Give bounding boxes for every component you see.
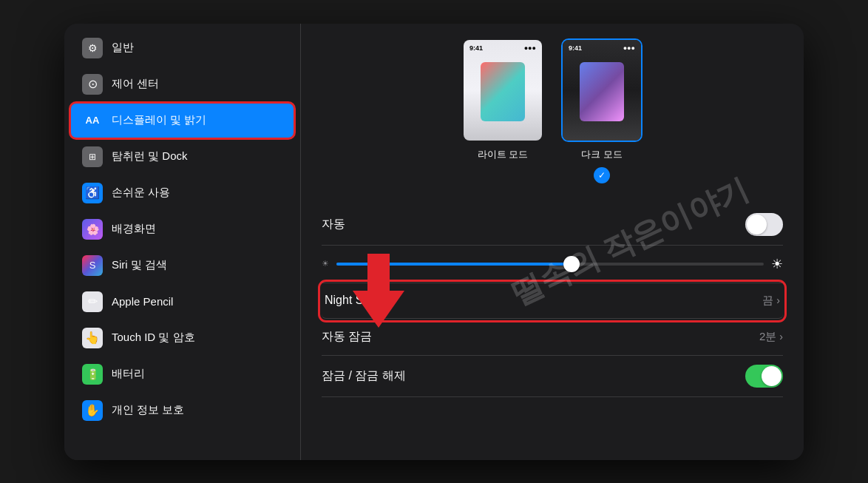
sidebar-label-privacy: 개인 정보 보호 xyxy=(112,403,282,417)
brightness-min-icon: ☀ xyxy=(322,259,329,268)
sidebar-label-apple-pencil: Apple Pencil xyxy=(112,295,282,308)
light-statusbar: 9:41 ●●● xyxy=(469,44,536,52)
brightness-max-icon: ☀ xyxy=(771,256,783,272)
wallpaper-icon: 🌸 xyxy=(82,219,103,240)
battery-icon: 🔋 xyxy=(82,364,103,385)
gear-icon: ⚙ xyxy=(82,38,103,58)
night-shift-chevron: › xyxy=(776,294,780,306)
auto-lock-row[interactable]: 자동 잠금 2분 › xyxy=(322,319,783,356)
dark-mode-preview: 9:41 ●●● xyxy=(561,38,642,142)
light-mode-option[interactable]: 9:41 ●●● 라이트 모드 xyxy=(462,38,543,183)
sidebar-item-touchid[interactable]: 👆 Touch ID 및 암호 xyxy=(70,320,294,356)
brightness-slider-track[interactable] xyxy=(336,263,764,266)
sidebar-item-siri[interactable]: S Siri 및 검색 xyxy=(70,248,294,283)
dark-statusbar: 9:41 ●●● xyxy=(569,44,635,52)
sidebar-label-siri: Siri 및 검색 xyxy=(112,258,282,272)
light-mode-label: 라이트 모드 xyxy=(478,148,529,161)
sidebar-item-general[interactable]: ⚙ 일반 xyxy=(70,30,294,66)
night-shift-value: 끔 xyxy=(762,294,773,308)
auto-toggle-knob xyxy=(747,215,767,234)
pencil-icon: ✏ xyxy=(82,291,103,312)
night-shift-right: 끔 › xyxy=(762,294,780,308)
auto-lock-chevron: › xyxy=(779,331,783,342)
main-content: 떨속의 작은이야기 9:41 ●●● 라이트 모드 xyxy=(301,24,804,460)
sidebar-label-accessibility: 손쉬운 사용 xyxy=(112,186,282,200)
sidebar-item-accessibility[interactable]: ♿ 손쉬운 사용 xyxy=(70,175,294,211)
brightness-row: ☀ ☀ xyxy=(322,246,783,283)
auto-row: 자동 xyxy=(322,204,783,246)
night-shift-label: Night Shift xyxy=(325,294,379,307)
device-frame: ⚙ 일반 ⊙ 제어 센터 AA 디스플레이 및 밝기 ⊞ 탐취런 및 Dock … xyxy=(64,24,804,460)
auto-label: 자동 xyxy=(322,217,345,232)
accessibility-icon: ♿ xyxy=(82,183,103,203)
lock-unlock-label: 잠금 / 잠금 해제 xyxy=(322,368,406,384)
privacy-icon: ✋ xyxy=(82,400,103,421)
sidebar-item-multitasking[interactable]: ⊞ 탐취런 및 Dock xyxy=(70,139,294,175)
auto-toggle[interactable] xyxy=(745,213,783,236)
dark-mode-option[interactable]: 9:41 ●●● 다크 모드 ✓ xyxy=(561,38,642,183)
appearance-options: 9:41 ●●● 라이트 모드 9:41 ●●● xyxy=(322,38,783,183)
sidebar-item-battery[interactable]: 🔋 배터리 xyxy=(70,357,294,392)
sidebar-label-display: 디스플레이 및 밝기 xyxy=(112,113,282,127)
night-shift-row[interactable]: Night Shift 끔 › xyxy=(322,283,783,319)
siri-icon: S xyxy=(82,255,103,276)
light-mode-preview: 9:41 ●●● xyxy=(462,38,543,142)
multitasking-icon: ⊞ xyxy=(82,146,103,167)
lock-unlock-row: 잠금 / 잠금 해제 xyxy=(322,356,783,397)
dark-colorstrip xyxy=(580,62,624,121)
sidebar-label-touchid: Touch ID 및 암호 xyxy=(112,331,282,345)
sidebar-label-multitasking: 탐취런 및 Dock xyxy=(112,149,282,163)
dark-mode-check: ✓ xyxy=(594,167,610,183)
brightness-slider-fill xyxy=(336,263,572,266)
auto-lock-label: 자동 잠금 xyxy=(322,329,372,345)
auto-lock-value: 2분 xyxy=(759,330,776,344)
display-icon: AA xyxy=(82,110,103,131)
brightness-slider-thumb[interactable] xyxy=(563,256,580,272)
light-colorstrip xyxy=(481,62,525,121)
auto-lock-right: 2분 › xyxy=(759,330,783,344)
sidebar-item-control-center[interactable]: ⊙ 제어 센터 xyxy=(70,67,294,102)
lock-unlock-knob xyxy=(762,366,781,386)
dark-mode-label: 다크 모드 xyxy=(581,148,623,161)
sidebar-label-general: 일반 xyxy=(112,41,282,55)
control-center-icon: ⊙ xyxy=(82,74,103,95)
sidebar-item-display-brightness[interactable]: AA 디스플레이 및 밝기 xyxy=(70,103,294,138)
sidebar-item-wallpaper[interactable]: 🌸 배경화면 xyxy=(70,212,294,247)
sidebar-label-control-center: 제어 센터 xyxy=(112,77,282,91)
sidebar-item-privacy[interactable]: ✋ 개인 정보 보호 xyxy=(70,393,294,428)
lock-unlock-toggle[interactable] xyxy=(745,365,783,388)
sidebar: ⚙ 일반 ⊙ 제어 센터 AA 디스플레이 및 밝기 ⊞ 탐취런 및 Dock … xyxy=(64,24,301,460)
sidebar-label-battery: 배터리 xyxy=(112,367,282,381)
sidebar-label-wallpaper: 배경화면 xyxy=(112,222,282,236)
touchid-icon: 👆 xyxy=(82,328,103,348)
sidebar-item-apple-pencil[interactable]: ✏ Apple Pencil xyxy=(70,284,294,320)
